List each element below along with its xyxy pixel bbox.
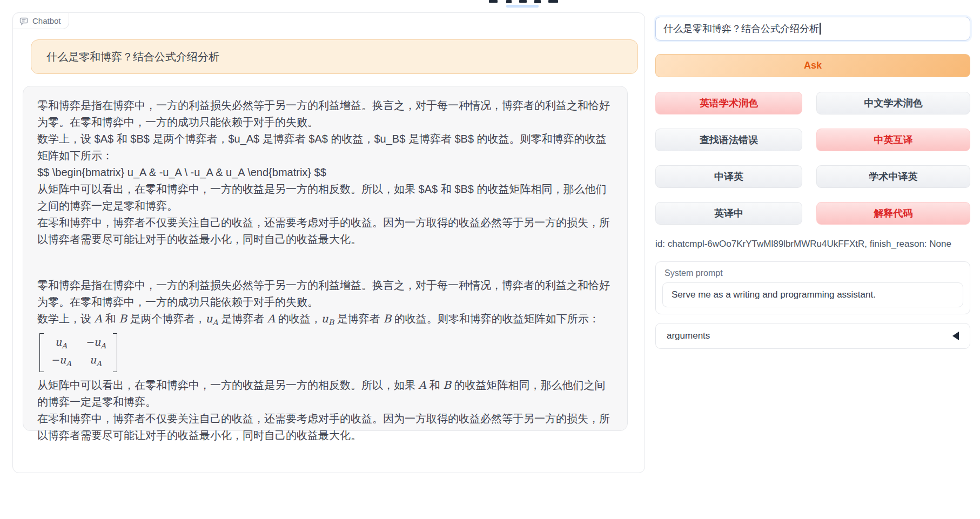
- system-prompt-input[interactable]: Serve me as a writing and programming as…: [662, 282, 963, 307]
- chatbot-panel: Chatbot 什么是零和博弈？结合公式介绍分析 零和博弈是指在博弈中，一方的利…: [12, 12, 645, 473]
- button-chinese-academic-polish[interactable]: 中文学术润色: [816, 92, 970, 114]
- button-explain-code[interactable]: 解释代码: [816, 202, 970, 225]
- chatbot-label: Chatbot: [12, 12, 69, 29]
- bot-raw-paragraph: 从矩阵中可以看出，在零和博弈中，一方的收益是另一方的相反数。所以，如果 $A$ …: [37, 181, 613, 214]
- bot-rendered-markdown: 零和博弈是指在博弈中，一方的利益损失必然等于另一方的利益增益。换言之，对于每一种…: [37, 277, 613, 444]
- question-input-value: 什么是零和博弈？结合公式介绍分析: [663, 22, 819, 35]
- chat-message-bot: 零和博弈是指在博弈中，一方的利益损失必然等于另一方的利益增益。换言之，对于每一种…: [23, 86, 628, 431]
- bot-rendered-paragraph: 零和博弈是指在博弈中，一方的利益损失必然等于另一方的利益增益。换言之，对于每一种…: [37, 277, 613, 311]
- cropped-page-title: [488, 0, 563, 8]
- question-input[interactable]: 什么是零和博弈？结合公式介绍分析: [655, 17, 970, 41]
- message-gap: [37, 248, 613, 277]
- bot-rendered-paragraph: 在零和博弈中，博弈者不仅要关注自己的收益，还需要考虑对手的收益。因为一方取得的收…: [37, 410, 613, 444]
- system-prompt-group: System prompt Serve me as a writing and …: [655, 261, 970, 314]
- user-message-text: 什么是零和博弈？结合公式介绍分析: [46, 50, 219, 64]
- app-root: Chatbot 什么是零和博弈？结合公式介绍分析 零和博弈是指在博弈中，一方的利…: [0, 0, 980, 519]
- button-en-to-zh[interactable]: 英译中: [655, 202, 802, 225]
- bot-raw-markdown: 零和博弈是指在博弈中，一方的利益损失必然等于另一方的利益增益。换言之，对于每一种…: [37, 97, 613, 248]
- bot-raw-paragraph: 零和博弈是指在博弈中，一方的利益损失必然等于另一方的利益增益。换言之，对于每一种…: [37, 97, 613, 131]
- ask-button-label: Ask: [804, 60, 822, 71]
- button-find-grammar-errors[interactable]: 查找语法错误: [655, 129, 802, 151]
- text-caret: [820, 23, 821, 35]
- system-prompt-label: System prompt: [664, 268, 963, 278]
- button-academic-zh-to-en[interactable]: 学术中译英: [816, 165, 970, 188]
- chat-bubble-icon: [19, 17, 28, 25]
- bot-rendered-paragraph-math: 数学上，设 A 和 B 是两个博弈者，uA 是博弈者 A 的收益，uB 是博弈者…: [37, 311, 613, 331]
- ask-button[interactable]: Ask: [655, 54, 970, 77]
- system-prompt-value: Serve me as a writing and programming as…: [672, 289, 876, 300]
- chatbot-label-text: Chatbot: [32, 16, 61, 25]
- payoff-matrix: uA−uA−uAuA: [39, 333, 117, 372]
- arguments-accordion[interactable]: arguments: [655, 323, 970, 349]
- bot-raw-paragraph: 数学上，设 $A$ 和 $B$ 是两个博弈者，$u_A$ 是博弈者 $A$ 的收…: [37, 131, 613, 164]
- accordion-collapsed-arrow-icon: [952, 332, 959, 340]
- arguments-accordion-label: arguments: [667, 331, 710, 341]
- bot-rendered-paragraph-math: 从矩阵中可以看出，在零和博弈中，一方的收益是另一方的相反数。所以，如果 A 和 …: [37, 377, 613, 410]
- controls-column: 什么是零和博弈？结合公式介绍分析 Ask 英语学术润色 中文学术润色 查找语法错…: [655, 17, 970, 349]
- function-button-grid: 英语学术润色 中文学术润色 查找语法错误 中英互译 中译英 学术中译英 英译中 …: [655, 92, 970, 225]
- button-zh-en-mutual-translate[interactable]: 中英互译: [816, 129, 970, 151]
- completion-id-status: id: chatcmpl-6wOo7KrYTwMl89lbrMWRu4UkFFX…: [655, 239, 970, 250]
- button-zh-to-en[interactable]: 中译英: [655, 165, 802, 188]
- bot-raw-paragraph: 在零和博弈中，博弈者不仅要关注自己的收益，还需要考虑对手的收益。因为一方取得的收…: [37, 214, 613, 248]
- bot-raw-latex-line: $$ \begin{bmatrix} u_A & -u_A \ -u_A & u…: [37, 164, 613, 181]
- button-english-academic-polish[interactable]: 英语学术润色: [655, 92, 802, 114]
- chat-message-user: 什么是零和博弈？结合公式介绍分析: [31, 39, 638, 74]
